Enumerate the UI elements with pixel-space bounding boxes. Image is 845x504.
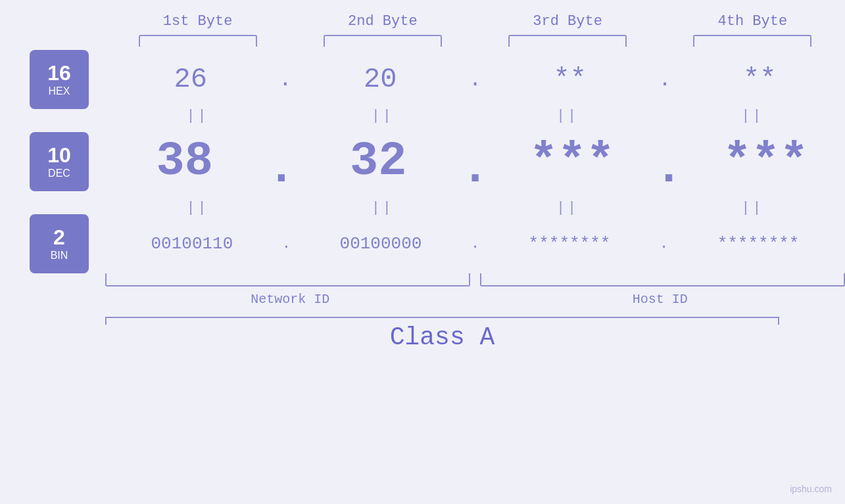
top-bracket-2 (324, 35, 442, 47)
bottom-bracket-row (105, 273, 845, 286)
dec-b2-value: 32 (350, 135, 406, 189)
main-container: 1st Byte 2nd Byte 3rd Byte 4th Byte 16 H… (0, 0, 845, 504)
dec-dot1: . (267, 145, 295, 198)
bin-dot3: . (660, 236, 668, 252)
top-bracket-row (105, 35, 845, 47)
bracket-cell-4 (660, 35, 845, 47)
bin-b2-value: 00100000 (340, 234, 422, 254)
eq2-b1: || (105, 200, 290, 216)
eq2-b4: || (660, 200, 845, 216)
bin-b4-value: ******** (717, 234, 800, 254)
dec-b1-value: 38 (156, 135, 212, 189)
bin-b1-value: 00100110 (151, 234, 233, 254)
hex-dot3: . (658, 68, 671, 92)
eq1-b2: || (290, 108, 475, 124)
dec-dot2: . (461, 145, 489, 198)
class-bracket-line (105, 317, 779, 318)
eq2-b2: || (290, 200, 475, 216)
equals-row-1: || || || || (105, 106, 845, 126)
byte1-header: 1st Byte (105, 13, 290, 30)
top-bracket-3 (508, 35, 627, 47)
bin-values: 00100110 . 00100000 . ******** . *******… (105, 218, 845, 270)
equals-row-2: || || || || (105, 198, 845, 218)
bracket-cell-2 (290, 35, 475, 47)
hex-b2-value: 20 (364, 64, 397, 95)
bin-b4-cell: ******** (671, 234, 845, 254)
byte-headers: 1st Byte 2nd Byte 3rd Byte 4th Byte (105, 13, 845, 30)
dec-b3-value: *** (529, 135, 615, 189)
hex-badge: 16 HEX (30, 50, 89, 109)
class-a-label: Class A (105, 323, 779, 352)
eq1-b4: || (660, 108, 845, 124)
bin-dot1: . (282, 236, 291, 252)
hex-row: 16 HEX 26 . 20 . ** . ** (0, 53, 845, 106)
hex-b4-cell: ** (675, 64, 845, 95)
dec-values: 38 . 32 . *** . *** (105, 126, 845, 198)
eq2-b3: || (475, 200, 660, 216)
label-row: Network ID Host ID (105, 292, 845, 307)
hex-b1-cell: 26 (105, 64, 276, 95)
top-bracket-4 (693, 35, 811, 47)
hex-b1-value: 26 (174, 64, 206, 95)
hex-b3-cell: ** (485, 64, 655, 95)
hex-dot1: . (279, 68, 291, 92)
dec-b4-value: *** (723, 135, 809, 189)
class-bracket-container: Class A (105, 317, 779, 352)
hex-b3-value: ** (554, 64, 587, 95)
bracket-cell-3 (475, 35, 660, 47)
bin-row: 2 BIN 00100110 . 00100000 . ******** . *… (0, 218, 845, 270)
hex-values: 26 . 20 . ** . ** (105, 53, 845, 106)
dec-badge: 10 DEC (30, 132, 89, 191)
bin-b3-cell: ******** (483, 234, 656, 254)
bin-b3-value: ******** (529, 234, 611, 254)
dec-b2-cell: 32 (299, 135, 458, 189)
hex-b2-cell: 20 (295, 64, 466, 95)
dec-row: 10 DEC 38 . 32 . *** . *** (0, 126, 845, 198)
bin-badge: 2 BIN (30, 214, 89, 273)
byte4-header: 4th Byte (660, 13, 845, 30)
hex-badge-label: HEX (49, 85, 70, 97)
dec-badge-number: 10 (47, 144, 71, 167)
bin-badge-number: 2 (53, 226, 65, 249)
dec-badge-label: DEC (48, 168, 70, 179)
dec-b4-cell: *** (687, 135, 845, 189)
eq1-b3: || (475, 108, 660, 124)
hex-dot2: . (469, 68, 481, 92)
bracket-cell-1 (105, 35, 290, 47)
bin-badge-label: BIN (51, 250, 68, 262)
bin-dot2: . (471, 236, 479, 252)
watermark: ipshu.com (790, 484, 832, 494)
bin-b2-cell: 00100000 (294, 234, 468, 254)
bin-b1-cell: 00100110 (105, 234, 279, 254)
hex-badge-number: 16 (47, 62, 71, 85)
eq1-b1: || (105, 108, 290, 124)
network-id-label: Network ID (105, 292, 475, 307)
dec-dot3: . (654, 145, 683, 198)
dec-b1-cell: 38 (105, 135, 264, 189)
byte2-header: 2nd Byte (290, 13, 475, 30)
top-bracket-1 (139, 35, 257, 47)
dec-b3-cell: *** (493, 135, 651, 189)
hex-b4-value: ** (743, 64, 776, 95)
byte3-header: 3rd Byte (475, 13, 660, 30)
host-id-label: Host ID (475, 292, 846, 307)
